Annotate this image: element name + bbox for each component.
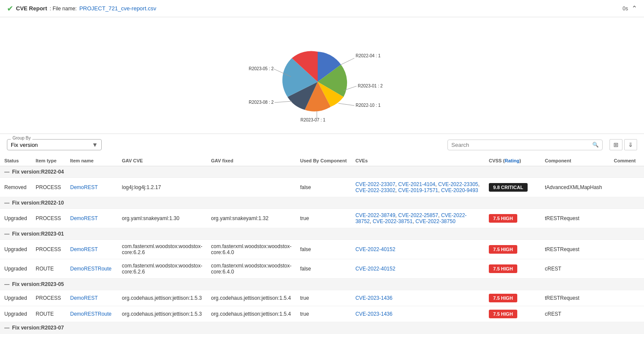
collapse-button[interactable]: ⌃: [631, 4, 637, 12]
header-status: Status: [0, 155, 31, 166]
group-label: Fix version:R2023-07: [12, 325, 64, 331]
cell-comment: [610, 259, 644, 279]
cell-comment: [610, 306, 644, 322]
report-filename: PROJECT_721_cve-report.csv: [79, 5, 156, 12]
item-name-link[interactable]: DemoREST: [70, 295, 98, 301]
svg-line-2: [338, 103, 354, 106]
header-comment: Comment: [610, 155, 644, 166]
cell-item-type: PROCESS: [31, 240, 66, 259]
cve-link[interactable]: CVE-2022-40152: [355, 246, 395, 252]
cell-comment: [610, 290, 644, 306]
header-used-by: Used By Component: [296, 155, 351, 166]
cell-component: tRESTRequest: [541, 290, 610, 306]
pie-chart: R2022-04 : 1 R2023-01 : 2 R2022-10 : 1 R…: [244, 30, 400, 125]
cell-status: Removed: [0, 178, 31, 197]
search-input[interactable]: [451, 142, 591, 148]
group-row: —Fix version:R2022-10: [0, 197, 644, 209]
cell-component: tRESTRequest: [541, 209, 610, 228]
cve-link[interactable]: CVE-2021-4104: [398, 181, 435, 187]
group-label: Fix version:R2023-01: [12, 231, 64, 237]
svg-line-4: [275, 101, 292, 103]
title-separator: : File name:: [50, 6, 77, 12]
cell-gav-fixed: com.fasterxml.woodstox:woodstox-core:6.4…: [206, 259, 296, 279]
item-name-link[interactable]: DemoREST: [70, 246, 98, 252]
group-dash: —: [4, 200, 9, 206]
cell-comment: [610, 178, 644, 197]
item-name-link[interactable]: DemoREST: [70, 184, 98, 190]
cell-gav-cve: log4j:log4j:1.2.17: [118, 178, 207, 197]
group-by-select[interactable]: Fix version: [11, 142, 90, 148]
table-row: Upgraded ROUTE DemoRESTRoute com.fasterx…: [0, 259, 644, 279]
cell-used-by: true: [296, 306, 351, 322]
pie-svg: R2022-04 : 1 R2023-01 : 2 R2022-10 : 1 R…: [244, 30, 400, 125]
cell-item-type: PROCESS: [31, 209, 66, 228]
cell-component: tRESTRequest: [541, 240, 610, 259]
cvss-badge: 7.5 HIGH: [489, 310, 517, 318]
header-gav-cve: GAV CVE: [118, 155, 207, 166]
chevron-down-icon: ▼: [92, 141, 98, 148]
cell-used-by: false: [296, 178, 351, 197]
top-bar: ✔ CVE Report : File name: PROJECT_721_cv…: [0, 0, 644, 17]
chart-label-r2023-01: R2023-01 : 2: [358, 84, 383, 88]
cell-cves: CVE-2022-23307, CVE-2021-4104, CVE-2022-…: [351, 178, 485, 197]
export-button[interactable]: ⇓: [624, 139, 637, 150]
cell-status: Upgraded: [0, 240, 31, 259]
cell-cves: CVE-2023-1436: [351, 290, 485, 306]
cell-used-by: false: [296, 240, 351, 259]
table-row: Removed PROCESS DemoREST log4j:log4j:1.2…: [0, 178, 644, 197]
cell-gav-cve: org.codehaus.jettison:jettison:1.5.3: [118, 306, 207, 322]
item-name-link[interactable]: DemoRESTRoute: [70, 266, 112, 272]
group-label: Fix version:R2022-10: [12, 200, 64, 206]
item-name-link[interactable]: DemoREST: [70, 215, 98, 221]
cell-gav-cve: org.yaml:snakeyaml:1.30: [118, 209, 207, 228]
table-view-button[interactable]: ⊞: [610, 139, 622, 150]
group-by-label: Group By: [11, 136, 32, 140]
cve-link[interactable]: CVE-2022-38751: [372, 218, 413, 224]
cve-link[interactable]: CVE-2023-1436: [355, 295, 392, 301]
cell-item-name: DemoRESTRoute: [66, 306, 118, 322]
cve-link[interactable]: CVE-2022-38750: [416, 218, 456, 224]
cell-gav-fixed: com.fasterxml.woodstox:woodstox-core:6.4…: [206, 240, 296, 259]
cell-gav-cve: org.codehaus.jettison:jettison:1.5.3: [118, 290, 207, 306]
search-icon: 🔍: [592, 142, 599, 148]
item-name-link[interactable]: DemoRESTRoute: [70, 311, 112, 317]
cell-gav-fixed: org.codehaus.jettison:jettison:1.5.4: [206, 290, 296, 306]
cve-link[interactable]: CVE-2023-1436: [355, 311, 392, 317]
group-by-select-wrapper[interactable]: Group By Fix version ▼: [7, 139, 102, 150]
cvss-badge: 7.5 HIGH: [489, 294, 517, 302]
header-item-type: Item type: [31, 155, 66, 166]
cell-used-by: true: [296, 209, 351, 228]
group-row: —Fix version:R2023-07: [0, 322, 644, 334]
cve-link[interactable]: CVE-2022-40152: [355, 266, 395, 272]
cvss-badge: 7.5 HIGH: [489, 264, 517, 273]
group-row: —Fix version:R2023-05: [0, 279, 644, 290]
cell-item-name: DemoREST: [66, 240, 118, 259]
chart-area: R2022-04 : 1 R2023-01 : 2 R2022-10 : 1 R…: [0, 17, 644, 134]
cve-link[interactable]: CVE-2022-23302: [355, 187, 395, 193]
header-cvss: CVSS (Rating): [485, 155, 541, 166]
rating-link[interactable]: Rating: [505, 158, 519, 163]
table-row: Upgraded PROCESS DemoREST org.yaml:snake…: [0, 209, 644, 228]
cell-cvss: 7.5 HIGH: [485, 306, 541, 322]
cell-cves: CVE-2023-1436: [351, 306, 485, 322]
cve-link[interactable]: CVE-2022-23305: [438, 181, 478, 187]
cell-status: Upgraded: [0, 306, 31, 322]
cell-used-by: true: [296, 290, 351, 306]
top-bar-right: 0s ⌃: [622, 4, 637, 12]
table-row: Upgraded PROCESS DemoREST org.codehaus.j…: [0, 290, 644, 306]
cell-component: cREST: [541, 306, 610, 322]
cell-gav-fixed: [206, 178, 296, 197]
cve-link[interactable]: CVE-2022-25857: [398, 212, 438, 218]
cell-status: Upgraded: [0, 290, 31, 306]
cve-link[interactable]: CVE-2022-38749: [355, 212, 395, 218]
group-row: —Fix version:R2022-04: [0, 166, 644, 178]
cell-component: cREST: [541, 259, 610, 279]
cve-link[interactable]: CVE-2022-23307: [355, 181, 395, 187]
cell-status: Upgraded: [0, 259, 31, 279]
cell-item-name: DemoREST: [66, 178, 118, 197]
cell-cvss: 7.5 HIGH: [485, 209, 541, 228]
cvss-badge: 7.5 HIGH: [489, 245, 517, 254]
cve-link[interactable]: CVE-2019-17571: [398, 187, 438, 193]
group-by-container: Group By Fix version ▼: [7, 139, 102, 150]
cve-link[interactable]: CVE-2020-9493: [441, 187, 478, 193]
